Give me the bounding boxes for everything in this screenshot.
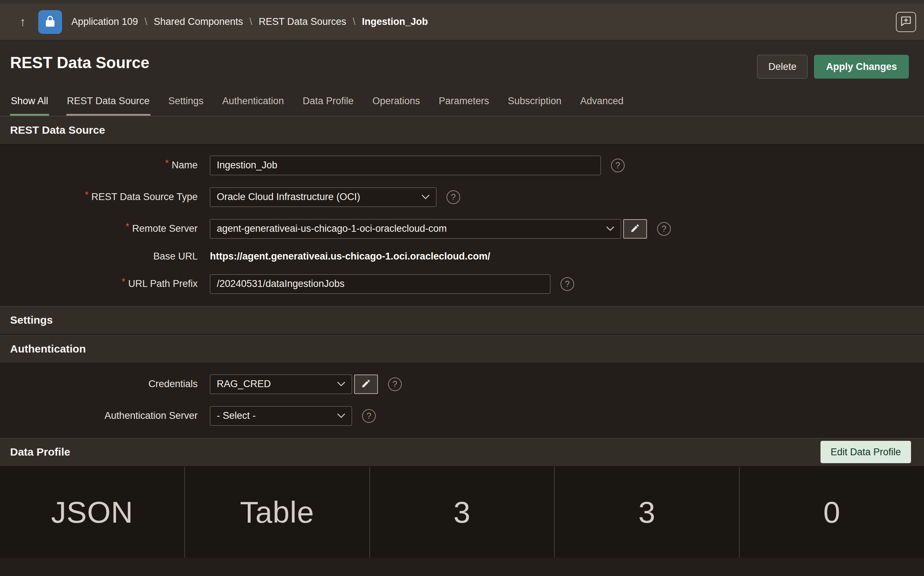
breadcrumb-rest-data-sources[interactable]: REST Data Sources: [258, 16, 346, 27]
stat-cell-count-3: 0: [739, 467, 924, 558]
name-label: *Name: [0, 160, 197, 171]
breadcrumb-current: Ingestion_Job: [362, 16, 428, 27]
authentication-server-select[interactable]: - Select -: [210, 406, 352, 426]
chevron-down-icon: [422, 195, 430, 199]
base-url-value: https://agent.generativeai.us-chicago-1.…: [210, 251, 490, 262]
section-title: Data Profile: [10, 446, 70, 458]
field-row-url-path-prefix: *URL Path Prefix ?: [0, 274, 924, 294]
required-marker: *: [125, 221, 129, 232]
stat-cell-shape: Table: [184, 467, 369, 558]
stat-value: 3: [638, 495, 656, 530]
stat-value: 0: [823, 495, 841, 530]
breadcrumb-bar: ↑ Application 109 \ Shared Components \ …: [0, 3, 924, 40]
chevron-down-icon: [337, 413, 345, 418]
name-input[interactable]: [210, 156, 601, 175]
required-marker: *: [85, 189, 88, 200]
authentication-server-label: Authentication Server: [0, 410, 197, 421]
credentials-edit-button[interactable]: [354, 374, 378, 394]
remote-server-edit-button[interactable]: [623, 219, 647, 238]
field-row-authentication-server: Authentication Server - Select - ?: [0, 406, 924, 426]
tab-show-all[interactable]: Show All: [10, 96, 49, 116]
rest-data-source-fields: *Name ? *REST Data Source Type Oracle Cl…: [0, 145, 924, 306]
remote-server-select-value: agent-generativeai-us-chicago-1-oci-orac…: [217, 223, 447, 234]
credentials-help-button[interactable]: ?: [388, 378, 402, 391]
section-title: REST Data Source: [10, 124, 105, 136]
authentication-fields: Credentials RAG_CRED ? Authentication Se…: [0, 364, 924, 438]
tab-operations[interactable]: Operations: [372, 96, 420, 116]
remote-server-label: *Remote Server: [0, 223, 197, 234]
delete-button[interactable]: Delete: [757, 55, 807, 78]
app-icon[interactable]: [38, 10, 62, 34]
credentials-select[interactable]: RAG_CRED: [210, 374, 352, 394]
tab-data-profile[interactable]: Data Profile: [302, 96, 354, 116]
url-path-prefix-input[interactable]: [210, 274, 550, 294]
tab-rest-data-source[interactable]: REST Data Source: [66, 96, 151, 116]
up-arrow-icon: ↑: [20, 15, 26, 29]
breadcrumb-separator: \: [144, 16, 148, 27]
help-icon: ?: [366, 412, 371, 420]
credentials-label: Credentials: [0, 378, 197, 390]
authentication-server-select-value: - Select -: [217, 410, 256, 421]
field-row-type: *REST Data Source Type Oracle Cloud Infr…: [0, 187, 924, 207]
section-header-settings: Settings: [0, 306, 924, 335]
region-tabs: Show All REST Data Source Settings Authe…: [10, 96, 911, 116]
stat-value: 3: [453, 495, 471, 530]
feedback-bubble-plus-icon: [900, 15, 913, 29]
breadcrumb: Application 109 \ Shared Components \ RE…: [71, 16, 428, 27]
stat-cell-count-2: 3: [554, 467, 739, 558]
apply-changes-button[interactable]: Apply Changes: [814, 55, 909, 78]
window-top-strip: [0, 0, 924, 3]
field-row-name: *Name ?: [0, 156, 924, 175]
stat-cell-count-1: 3: [369, 467, 554, 558]
stat-value: Table: [240, 495, 314, 530]
header-buttons: Delete Apply Changes: [757, 55, 909, 78]
field-row-credentials: Credentials RAG_CRED ?: [0, 374, 924, 394]
breadcrumb-shared-components[interactable]: Shared Components: [154, 16, 243, 27]
remote-server-help-button[interactable]: ?: [657, 222, 671, 236]
pencil-icon: [630, 223, 640, 234]
section-header-rest-data-source: REST Data Source: [0, 116, 924, 145]
navigate-up-button[interactable]: ↑: [13, 12, 32, 32]
tab-parameters[interactable]: Parameters: [438, 96, 490, 116]
required-marker: *: [165, 157, 169, 168]
chevron-down-icon: [606, 226, 614, 231]
data-profile-stats: JSON Table 3 3 0: [0, 467, 924, 558]
type-select[interactable]: Oracle Cloud Infrastructure (OCI): [210, 187, 436, 207]
type-label: *REST Data Source Type: [0, 191, 197, 203]
required-marker: *: [122, 276, 125, 287]
type-select-value: Oracle Cloud Infrastructure (OCI): [217, 191, 360, 203]
tab-authentication[interactable]: Authentication: [221, 96, 285, 116]
stat-value: JSON: [51, 495, 133, 530]
breadcrumb-application[interactable]: Application 109: [71, 16, 138, 27]
help-icon: ?: [615, 161, 620, 170]
tab-subscription[interactable]: Subscription: [507, 96, 562, 116]
breadcrumb-separator: \: [353, 16, 356, 27]
url-path-prefix-help-button[interactable]: ?: [560, 277, 574, 291]
tab-settings[interactable]: Settings: [168, 96, 204, 116]
stat-cell-format: JSON: [0, 467, 184, 558]
lock-icon: [43, 15, 57, 29]
field-row-base-url: Base URL https://agent.generativeai.us-c…: [0, 251, 924, 262]
feedback-button[interactable]: [896, 12, 916, 32]
edit-data-profile-button[interactable]: Edit Data Profile: [820, 441, 911, 463]
base-url-label: Base URL: [0, 251, 197, 262]
help-icon: ?: [661, 224, 666, 233]
breadcrumb-separator: \: [250, 16, 252, 27]
section-header-data-profile: Data Profile Edit Data Profile: [0, 438, 924, 467]
help-icon: ?: [392, 380, 397, 389]
remote-server-select[interactable]: agent-generativeai-us-chicago-1-oci-orac…: [210, 219, 621, 238]
tab-advanced[interactable]: Advanced: [579, 96, 624, 116]
field-row-remote-server: *Remote Server agent-generativeai-us-chi…: [0, 219, 924, 238]
help-icon: ?: [565, 280, 569, 288]
section-title: Settings: [10, 314, 53, 326]
section-title: Authentication: [10, 343, 86, 355]
name-help-button[interactable]: ?: [611, 158, 625, 172]
type-help-button[interactable]: ?: [446, 190, 460, 204]
url-path-prefix-label: *URL Path Prefix: [0, 278, 197, 290]
page-header: REST Data Source Delete Apply Changes Sh…: [0, 40, 924, 116]
authentication-server-help-button[interactable]: ?: [362, 409, 376, 423]
credentials-select-value: RAG_CRED: [217, 378, 271, 390]
help-icon: ?: [451, 193, 456, 202]
section-header-authentication: Authentication: [0, 335, 924, 364]
pencil-icon: [361, 378, 371, 390]
